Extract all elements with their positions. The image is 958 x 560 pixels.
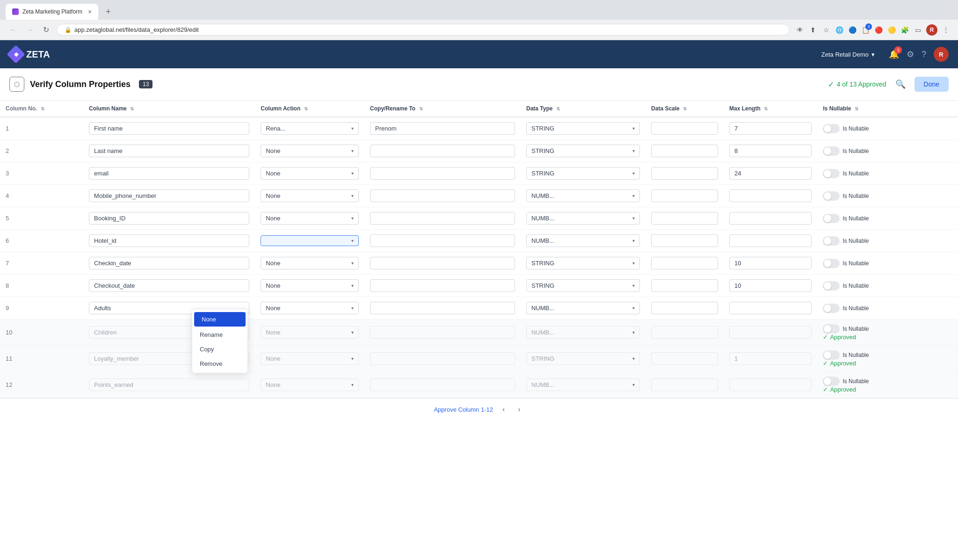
browser-menu-icon[interactable]: ⋮ [941, 25, 951, 35]
cell-max-length[interactable] [724, 320, 817, 346]
cell-copy-rename[interactable] [364, 162, 521, 185]
cell-copy-rename[interactable] [364, 230, 521, 252]
max-length-input[interactable] [729, 279, 812, 292]
cell-max-length[interactable] [724, 117, 817, 140]
column-name-input[interactable] [89, 167, 249, 180]
action-select-btn[interactable]: None▾ [261, 145, 359, 157]
approve-all-link[interactable]: Approve Column 1-12 [434, 406, 493, 413]
column-name-input[interactable] [89, 212, 249, 225]
data-scale-input[interactable] [651, 234, 718, 247]
cell-max-length[interactable] [724, 230, 817, 252]
cell-col-name[interactable] [83, 162, 255, 185]
cell-data-type[interactable]: STRING▾ [521, 252, 646, 275]
cell-copy-rename[interactable] [364, 117, 521, 140]
data-type-select-btn[interactable]: NUMB...▾ [526, 189, 640, 202]
dropdown-item-rename[interactable]: Rename [192, 327, 247, 342]
cell-data-scale[interactable] [646, 252, 724, 275]
cell-copy-rename[interactable] [364, 207, 521, 230]
copy-rename-input[interactable] [370, 145, 515, 157]
max-length-input[interactable] [729, 145, 812, 157]
cell-data-scale[interactable] [646, 297, 724, 320]
nav-refresh-btn[interactable]: ↻ [41, 23, 51, 36]
cell-is-nullable[interactable]: Is Nullable [817, 162, 958, 185]
col-header-action[interactable]: Column Action ⇅ [255, 101, 364, 117]
max-length-input[interactable] [729, 234, 812, 247]
action-select-btn[interactable]: None▾ [261, 212, 359, 225]
browser-ext5[interactable]: 🟡 [887, 25, 896, 35]
cell-copy-rename[interactable] [364, 346, 521, 372]
nullable-toggle[interactable] [823, 146, 840, 156]
data-type-select-btn[interactable]: STRING▾ [526, 167, 640, 180]
cell-copy-rename[interactable] [364, 297, 521, 320]
nullable-toggle[interactable] [823, 236, 840, 246]
data-scale-input[interactable] [651, 145, 718, 157]
cell-data-scale[interactable] [646, 230, 724, 252]
nullable-toggle[interactable] [823, 304, 840, 313]
nav-forward-btn[interactable]: → [24, 24, 36, 36]
cell-data-scale[interactable] [646, 185, 724, 207]
column-name-input[interactable] [89, 145, 249, 157]
cell-is-nullable[interactable]: Is Nullable [817, 252, 958, 275]
col-header-maxlen[interactable]: Max Length ⇅ [724, 101, 817, 117]
cell-is-nullable[interactable]: Is Nullable [817, 185, 958, 207]
cell-col-action[interactable]: None▾ [255, 185, 364, 207]
cell-data-type[interactable]: STRING▾ [521, 346, 646, 372]
data-type-select-btn[interactable]: NUMB...▾ [526, 234, 640, 247]
cell-copy-rename[interactable] [364, 140, 521, 162]
browser-ext4[interactable]: 🔴 [874, 25, 883, 35]
user-avatar[interactable]: R [934, 47, 949, 62]
cell-max-length[interactable] [724, 346, 817, 372]
browser-layout-icon[interactable]: ▭ [913, 25, 922, 35]
data-scale-input[interactable] [651, 257, 718, 269]
max-length-input[interactable] [729, 302, 812, 314]
cell-data-type[interactable]: NUMB...▾ [521, 297, 646, 320]
column-name-input[interactable] [89, 279, 249, 292]
puzzle-icon[interactable]: 🧩 [900, 25, 909, 35]
cell-data-scale[interactable] [646, 117, 724, 140]
nullable-toggle[interactable] [823, 281, 840, 291]
cell-col-action[interactable]: ▾ [255, 230, 364, 252]
cell-col-action[interactable]: None▾ [255, 372, 364, 398]
dropdown-item-copy[interactable]: Copy [192, 342, 247, 356]
browser-user-avatar[interactable]: R [926, 24, 937, 36]
cell-copy-rename[interactable] [364, 252, 521, 275]
cell-data-scale[interactable] [646, 207, 724, 230]
cell-data-type[interactable]: STRING▾ [521, 162, 646, 185]
max-length-input[interactable] [729, 189, 812, 202]
cell-is-nullable[interactable]: Is Nullable [817, 140, 958, 162]
browser-tab[interactable]: Zeta Marketing Platform × [6, 4, 98, 20]
cell-max-length[interactable] [724, 207, 817, 230]
data-type-select-btn[interactable]: STRING▾ [526, 145, 640, 157]
search-button[interactable]: 🔍 [892, 76, 909, 93]
cell-col-name[interactable] [83, 230, 255, 252]
settings-icon[interactable]: ⚙ [907, 49, 914, 59]
cell-max-length[interactable] [724, 372, 817, 398]
address-input[interactable]: 🔒 app.zetaglobal.net/files/data_explorer… [57, 24, 790, 36]
copy-rename-input[interactable] [370, 122, 515, 135]
data-scale-input[interactable] [651, 279, 718, 292]
data-scale-input[interactable] [651, 189, 718, 202]
col-header-name[interactable]: Column Name ⇅ [83, 101, 255, 117]
nullable-toggle[interactable] [823, 169, 840, 178]
data-scale-input[interactable] [651, 167, 718, 180]
browser-ext2[interactable]: 🔵 [848, 25, 857, 35]
action-select-btn[interactable]: None▾ [261, 189, 359, 202]
browser-ext1[interactable]: 🌐 [835, 25, 844, 35]
cell-max-length[interactable] [724, 275, 817, 297]
cell-copy-rename[interactable] [364, 185, 521, 207]
cell-data-scale[interactable] [646, 320, 724, 346]
copy-rename-input[interactable] [370, 189, 515, 202]
cell-col-action[interactable]: None▾ [255, 346, 364, 372]
eye-slash-icon[interactable]: 👁 [795, 25, 805, 35]
cell-data-type[interactable]: NUMB...▾ [521, 320, 646, 346]
col-header-copy[interactable]: Copy/Rename To ⇅ [364, 101, 521, 117]
col-header-nullable[interactable]: Is Nullable ⇅ [817, 101, 958, 117]
cell-copy-rename[interactable] [364, 320, 521, 346]
cell-data-type[interactable]: NUMB...▾ [521, 230, 646, 252]
cell-is-nullable[interactable]: Is Nullable ✓Approved [817, 346, 958, 372]
action-select-btn[interactable]: None▾ [261, 167, 359, 180]
cell-data-type[interactable]: STRING▾ [521, 275, 646, 297]
nullable-toggle[interactable] [823, 259, 840, 268]
cell-col-action[interactable]: None▾ [255, 162, 364, 185]
copy-rename-input[interactable] [370, 212, 515, 225]
